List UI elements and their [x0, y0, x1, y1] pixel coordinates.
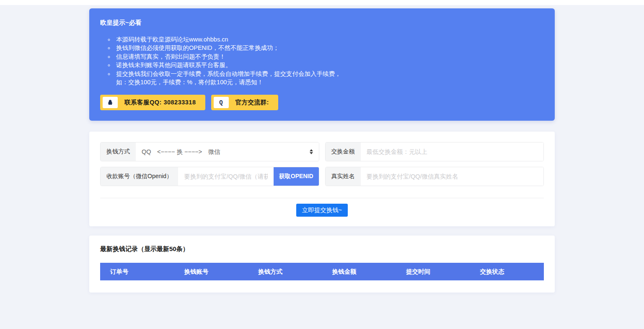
notice-item: 信息请填写真实，否则出问题不予负责！: [114, 52, 544, 61]
qq-penguin-icon: [103, 97, 118, 108]
records-title: 最新换钱记录（显示最新50条）: [100, 245, 544, 253]
get-openid-button[interactable]: 获取OPENID: [274, 167, 319, 186]
contact-qq-button[interactable]: 联系客服QQ: 308233318: [100, 95, 205, 110]
receive-account-input[interactable]: [178, 167, 274, 186]
receive-account-group: 收款账号（微信Openid） 获取OPENID: [100, 167, 319, 186]
notice-item: 换钱到微信必须使用获取的OPENID，不然不能正常换成功；: [114, 44, 544, 52]
real-name-input[interactable]: [361, 167, 544, 186]
column-header-order-no: 订单号: [100, 268, 174, 276]
exchange-method-select[interactable]: QQ <−−−− 换 −−−−> 微信: [136, 142, 319, 161]
q-letter-icon: Q: [214, 97, 229, 108]
notice-item-continuation: 如：交换100元，手续费：%，将付款100元，请悉知！: [114, 78, 544, 86]
column-header-method: 换钱方式: [248, 268, 322, 276]
submit-exchange-button[interactable]: 立即提交换钱~: [296, 204, 348, 217]
column-header-amount: 换钱金额: [322, 268, 396, 276]
records-card: 最新换钱记录（显示最新50条） 订单号 换钱账号 换钱方式 换钱金额 提交时间 …: [89, 236, 555, 293]
exchange-form-card: 换钱方式 QQ <−−−− 换 −−−−> 微信 交换金额 收款账号（微信O: [89, 132, 555, 226]
form-divider: [100, 198, 544, 198]
notice-item: 提交换钱我们会收取一定手续费，系统会自动增加手续费，提交支付会加入手续费，: [114, 70, 544, 78]
exchange-method-label: 换钱方式: [101, 142, 136, 161]
notice-item: 诺换钱未到账等其他问题请联系平台客服。: [114, 61, 544, 69]
column-header-account: 换钱账号: [174, 268, 248, 276]
official-group-label: 官方交流群:: [235, 98, 269, 106]
exchange-amount-label: 交换金额: [326, 142, 361, 161]
notice-list: 本源码转载于欧皇源码论坛www.ohbbs.cn 换钱到微信必须使用获取的OPE…: [114, 35, 544, 86]
contact-qq-label: 联系客服QQ: 308233318: [124, 98, 196, 106]
official-group-button[interactable]: Q 官方交流群:: [211, 95, 278, 110]
form-grid: 换钱方式 QQ <−−−− 换 −−−−> 微信 交换金额 收款账号（微信O: [100, 142, 544, 186]
real-name-label: 真实姓名: [326, 167, 361, 186]
notice-buttons-row: 联系客服QQ: 308233318 Q 官方交流群:: [100, 95, 544, 110]
column-header-status: 交换状态: [470, 268, 544, 276]
receive-account-label: 收款账号（微信Openid）: [101, 167, 178, 186]
column-header-submit-time: 提交时间: [396, 268, 470, 276]
notice-item: 本源码转载于欧皇源码论坛www.ohbbs.cn: [114, 35, 544, 44]
notice-title: 欧皇提示~必看: [100, 19, 544, 27]
records-table-header: 订单号 换钱账号 换钱方式 换钱金额 提交时间 交换状态: [100, 263, 544, 280]
exchange-amount-input[interactable]: [361, 142, 544, 161]
notice-panel: 欧皇提示~必看 本源码转载于欧皇源码论坛www.ohbbs.cn 换钱到微信必须…: [89, 8, 555, 121]
exchange-method-group: 换钱方式 QQ <−−−− 换 −−−−> 微信: [100, 142, 319, 161]
real-name-group: 真实姓名: [325, 167, 544, 186]
exchange-amount-group: 交换金额: [325, 142, 544, 161]
top-white-strip: [0, 0, 644, 5]
page-container: 欧皇提示~必看 本源码转载于欧皇源码论坛www.ohbbs.cn 换钱到微信必须…: [89, 8, 555, 293]
